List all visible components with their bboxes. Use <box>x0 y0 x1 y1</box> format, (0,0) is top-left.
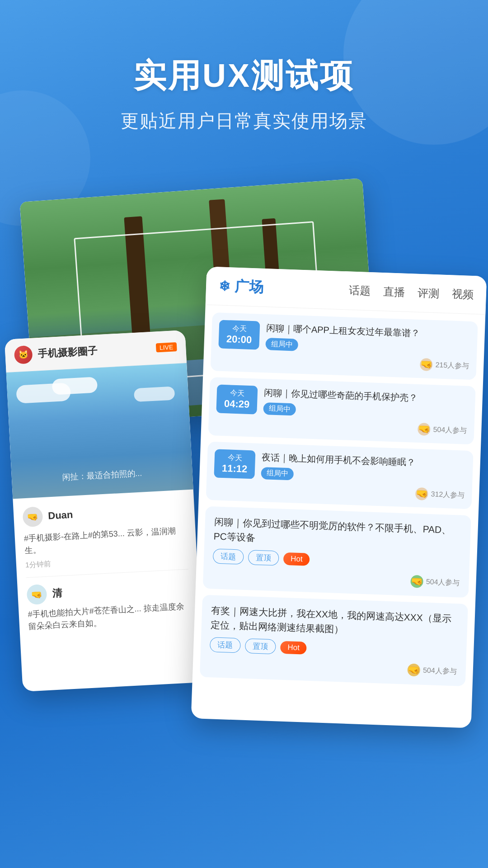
mobile-user-name-1: Duan <box>48 509 73 522</box>
forum-flat-topic-2[interactable]: 有奖｜网速大比拼，我在XX地，我的网速高达XXX（显示定位，贴出网络测速结果截图… <box>200 595 468 686</box>
flat-topic-tags-1: 话题 置顶 Hot <box>213 548 461 572</box>
mobile-user-row-2: 🤜 清 <box>26 576 190 605</box>
forum-topic-2[interactable]: 今天 04:29 闲聊｜你见过哪些奇葩的手机保护壳？ 组局中 🤜 504人参与 <box>208 377 476 444</box>
flat-participants-2: 🤜 504人参与 <box>209 656 457 678</box>
topic-time-box-1: 今天 20:00 <box>218 320 260 350</box>
participant-count-3: 312人参与 <box>431 490 465 500</box>
flat-topic-tags-2: 话题 置顶 Hot <box>210 637 458 660</box>
cloud-2 <box>134 386 175 402</box>
topic-title-1: 闲聊｜哪个APP上租女友过年最靠谱？ <box>266 321 470 341</box>
topic-time-box-3: 今天 11:12 <box>214 449 255 479</box>
mobile-avatar: 🐱 <box>14 345 33 364</box>
topic-participants-3: 🤜 312人参与 <box>260 482 465 502</box>
topic-time-label-3: 今天 <box>220 453 250 463</box>
participant-icon-flat-1: 🤜 <box>410 575 423 588</box>
topic-status-3: 组局中 <box>261 467 294 480</box>
mobile-user-avatar-1: 🤜 <box>22 506 43 527</box>
mobile-image-caption: 闲扯：最适合拍照的... <box>12 465 193 486</box>
mobile-post-text-2: #手机也能拍大片#苍茫香山之... 掠走温度余留朵朵白云来自如。 <box>28 600 191 633</box>
flat-participants-1: 🤜 504人参与 <box>212 568 460 589</box>
participant-icon-flat-2: 🤜 <box>408 664 421 677</box>
forum-logo-icon: ❄ <box>219 278 230 294</box>
topic-participants-2: 🤜 504人参与 <box>263 417 467 437</box>
topic-content-2: 闲聊｜你见过哪些奇葩的手机保护壳？ 组局中 🤜 504人参与 <box>263 386 468 437</box>
flat-participant-count-2: 504人参与 <box>423 665 457 676</box>
forum-card: ❄ 广场 话题 直播 评测 视频 今天 20:00 闲聊｜哪个APP上租女友过年… <box>191 266 487 728</box>
tag-pin-2: 置顶 <box>245 638 276 654</box>
forum-nav-video[interactable]: 视频 <box>451 287 474 302</box>
forum-nav[interactable]: 话题 直播 评测 视频 <box>348 283 474 302</box>
topic-time-value-2: 04:29 <box>222 398 252 410</box>
forum-logo-text: 广场 <box>234 277 263 297</box>
tag-topic-1: 话题 <box>213 548 244 564</box>
topic-time-value-1: 20:00 <box>224 333 254 346</box>
mobile-user-avatar-2: 🤜 <box>26 584 47 605</box>
forum-body: 今天 20:00 闲聊｜哪个APP上租女友过年最靠谱？ 组局中 🤜 215人参与… <box>192 305 485 700</box>
topic-title-3: 夜话｜晚上如何用手机不会影响睡眠？ <box>262 451 466 471</box>
participant-count-1: 215人参与 <box>435 360 469 371</box>
forum-logo: ❄ 广场 <box>218 276 263 297</box>
flat-topic-title-2: 有奖｜网速大比拼，我在XX地，我的网速高达XXX（显示定位，贴出网络测速结果截图… <box>210 603 459 640</box>
participant-icon-1: 🤜 <box>420 358 433 371</box>
forum-topic-3[interactable]: 今天 11:12 夜话｜晚上如何用手机不会影响睡眠？ 组局中 🤜 312人参与 <box>206 442 474 509</box>
participant-icon-3: 🤜 <box>415 487 428 500</box>
tag-hot-2: Hot <box>280 641 307 654</box>
topic-time-label-2: 今天 <box>222 388 253 399</box>
topic-time-value-3: 11:12 <box>220 462 250 475</box>
flat-participant-count-1: 504人参与 <box>426 577 460 588</box>
mobile-live-badge: LIVE <box>155 342 177 352</box>
mobile-header-title: 手机摄影圈子 <box>38 341 151 361</box>
topic-status-1: 组局中 <box>265 338 298 351</box>
participant-count-2: 504人参与 <box>433 425 467 436</box>
mobile-card-content: 🤜 Duan #手机摄影-在路上#的第53... 云影，温润潮生。 1分钟前 🤜… <box>13 490 201 642</box>
mobile-card: 🐱 手机摄影圈子 LIVE 闲扯：最适合拍照的... 🤜 Duan #手机摄影-… <box>5 330 203 692</box>
forum-nav-topics[interactable]: 话题 <box>348 283 371 298</box>
forum-nav-review[interactable]: 评测 <box>417 286 439 301</box>
mobile-post-text-1: #手机摄影-在路上#的第53... 云影，温润潮生。 <box>23 524 187 557</box>
topic-title-2: 闲聊｜你见过哪些奇葩的手机保护壳？ <box>264 386 469 406</box>
cards-container: 🐱 手机摄影圈子 LIVE 闲扯：最适合拍照的... 🤜 Duan #手机摄影-… <box>0 172 488 868</box>
topic-status-2: 组局中 <box>263 402 296 415</box>
mobile-card-image: 闲扯：最适合拍照的... <box>6 363 193 499</box>
mobile-user-row-1: 🤜 Duan <box>22 499 186 528</box>
forum-nav-live[interactable]: 直播 <box>383 284 405 300</box>
cloud-3 <box>52 377 98 395</box>
forum-topic-1[interactable]: 今天 20:00 闲聊｜哪个APP上租女友过年最靠谱？ 组局中 🤜 215人参与 <box>211 312 478 380</box>
tag-hot-1: Hot <box>283 552 310 566</box>
topic-time-label-1: 今天 <box>225 324 255 334</box>
topic-content-1: 闲聊｜哪个APP上租女友过年最靠谱？ 组局中 🤜 215人参与 <box>265 321 470 373</box>
tag-pin-1: 置顶 <box>248 550 279 566</box>
flat-topic-title-1: 闲聊｜你见到过哪些不明觉厉的软件？不限手机、PAD、PC等设备 <box>213 514 462 552</box>
topic-time-box-2: 今天 04:29 <box>216 384 258 414</box>
topic-participants-1: 🤜 215人参与 <box>265 353 469 373</box>
topic-content-3: 夜话｜晚上如何用手机不会影响睡眠？ 组局中 🤜 312人参与 <box>260 451 466 502</box>
mobile-user-name-2: 清 <box>52 586 63 600</box>
forum-flat-topic-1[interactable]: 闲聊｜你见到过哪些不明觉厉的软件？不限手机、PAD、PC等设备 话题 置顶 Ho… <box>203 506 471 598</box>
participant-icon-2: 🤜 <box>418 423 431 436</box>
tag-topic-2: 话题 <box>210 637 241 653</box>
mobile-divider <box>26 569 188 578</box>
